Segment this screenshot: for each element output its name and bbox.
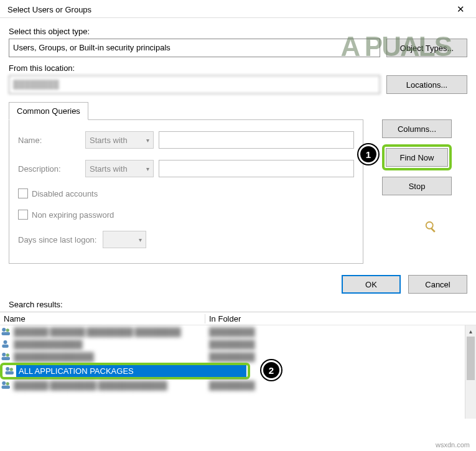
close-icon[interactable]: ✕ (451, 4, 470, 15)
annotation-step-1: 1 (358, 144, 378, 164)
name-label: Name: (18, 136, 80, 145)
svg-point-2 (2, 328, 6, 332)
disabled-accounts-checkbox[interactable] (18, 188, 28, 198)
days-since-label: Days since last logon: (18, 235, 96, 244)
svg-point-5 (4, 340, 7, 344)
common-queries-panel: Name: Starts with ▾ Description: Starts … (9, 119, 363, 264)
result-row[interactable]: ████████████ ████████ (0, 338, 476, 350)
result-row[interactable]: ██████ ██████ ████████ ████████ ████████ (0, 325, 476, 338)
name-input[interactable] (159, 131, 354, 149)
svg-rect-15 (2, 386, 11, 389)
svg-rect-12 (6, 371, 14, 374)
column-in-folder[interactable]: In Folder (205, 314, 476, 323)
selected-highlight: ALL APPLICATION PACKAGES (0, 363, 250, 379)
group-icon (0, 327, 12, 337)
result-row-selected[interactable]: ALL APPLICATION PACKAGES 2 (0, 363, 476, 379)
find-now-button[interactable]: Find Now (386, 148, 448, 167)
svg-rect-9 (2, 357, 11, 360)
chevron-down-icon: ▾ (146, 137, 149, 144)
results-list: ██████ ██████ ████████ ████████ ████████… (0, 325, 476, 391)
non-expiring-checkbox[interactable] (18, 210, 28, 220)
location-field[interactable]: ████████ (9, 75, 380, 94)
group-icon (0, 351, 12, 361)
tab-common-queries[interactable]: Common Queries (9, 102, 88, 120)
group-icon (4, 366, 16, 376)
scrollbar[interactable]: ▴ (465, 325, 476, 419)
annotation-step-2: 2 (261, 360, 281, 380)
svg-point-10 (6, 367, 9, 371)
object-type-field[interactable]: Users, Groups, or Built-in security prin… (9, 39, 380, 57)
svg-point-8 (6, 353, 9, 356)
search-icon (423, 220, 439, 234)
cancel-button[interactable]: Cancel (408, 275, 467, 294)
results-header: Name In Folder (0, 312, 476, 325)
svg-point-14 (6, 382, 9, 385)
non-expiring-label: Non expiring password (32, 210, 114, 220)
svg-point-11 (10, 368, 13, 371)
svg-rect-6 (2, 345, 9, 348)
svg-rect-1 (431, 228, 436, 233)
result-row[interactable]: ██████████████ ████████ (0, 350, 476, 363)
scroll-thumb[interactable] (467, 337, 475, 380)
search-results-label: Search results: (9, 300, 476, 309)
column-name[interactable]: Name (0, 314, 205, 323)
description-input[interactable] (159, 160, 354, 177)
description-label: Description: (18, 164, 80, 174)
group-icon (0, 380, 12, 390)
user-icon (0, 339, 12, 349)
svg-point-3 (6, 328, 9, 332)
days-since-combo[interactable]: ▾ (103, 231, 146, 248)
ok-button[interactable]: OK (342, 275, 401, 294)
svg-point-7 (2, 353, 6, 356)
desc-match-combo[interactable]: Starts with ▾ (85, 160, 154, 177)
stop-button[interactable]: Stop (382, 177, 452, 195)
attribution: wsxdn.com (436, 441, 470, 449)
chevron-down-icon: ▾ (146, 165, 149, 172)
from-location-label: From this location: (9, 63, 467, 73)
result-row[interactable]: ██████ ████████ ████████████ ████████ (0, 379, 476, 391)
chevron-down-icon: ▾ (139, 236, 142, 243)
name-match-combo[interactable]: Starts with ▾ (85, 131, 154, 149)
window-title: Select Users or Groups (7, 5, 91, 14)
locations-button[interactable]: Locations... (386, 75, 467, 94)
disabled-accounts-label: Disabled accounts (32, 189, 98, 198)
svg-point-13 (2, 381, 6, 385)
find-now-highlight: Find Now (382, 144, 452, 170)
columns-button[interactable]: Columns... (382, 119, 452, 138)
watermark: A PUALS (341, 31, 452, 62)
svg-rect-4 (2, 332, 11, 335)
scroll-up-icon[interactable]: ▴ (465, 325, 476, 337)
titlebar: Select Users or Groups ✕ (0, 0, 476, 18)
